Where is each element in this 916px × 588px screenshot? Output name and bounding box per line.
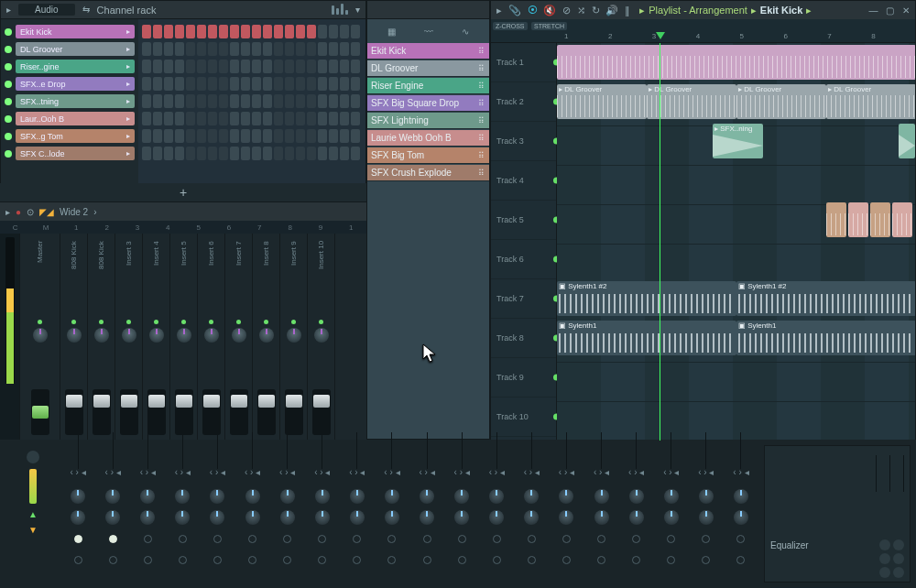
step-cell[interactable] — [340, 129, 349, 143]
step-cell[interactable] — [175, 60, 184, 73]
step-cell[interactable] — [241, 42, 250, 56]
send-knob[interactable] — [524, 489, 539, 504]
picker-item[interactable]: SFX Big Tom⠿ — [367, 147, 489, 164]
step-cell[interactable] — [252, 147, 261, 160]
mixer-strip[interactable]: Insert 7 — [225, 234, 253, 441]
step-cell[interactable] — [318, 94, 327, 108]
step-cell[interactable] — [175, 25, 184, 38]
send-knob[interactable] — [559, 510, 573, 525]
send-knob[interactable] — [734, 489, 748, 504]
pan-knob[interactable] — [33, 328, 48, 343]
picker-item[interactable]: Laurie Webb Ooh B⠿ — [367, 130, 489, 147]
maximize-icon[interactable]: ▢ — [886, 5, 894, 16]
step-cell[interactable] — [274, 129, 283, 143]
strip-arrows[interactable]: ‹ › ◂ — [619, 467, 654, 477]
clip[interactable]: ▸ DL Groover — [557, 84, 647, 119]
fader-line[interactable] — [113, 432, 114, 469]
step-cell[interactable] — [329, 42, 338, 56]
route-switch[interactable] — [179, 556, 187, 564]
route-switch[interactable] — [144, 535, 152, 543]
send-knob[interactable] — [210, 510, 224, 525]
send-knob[interactable] — [280, 489, 295, 504]
step-cell[interactable] — [219, 42, 228, 56]
step-cell[interactable] — [296, 60, 305, 73]
strip-arrows[interactable]: ‹ › ◂ — [444, 467, 479, 477]
strip-arrows[interactable]: ‹ › ◂ — [165, 467, 200, 477]
playlist-toolbar-icons[interactable]: ▸ 📎 ⦿ 🔇 ⊘ ⤮ ↻ 🔊 ‖ — [496, 5, 634, 16]
clip[interactable]: ▣ Sylenth1 — [557, 321, 736, 355]
clip[interactable] — [899, 124, 915, 158]
step-cell[interactable] — [186, 147, 195, 160]
step-cell[interactable] — [175, 129, 184, 143]
picker-item[interactable]: DL Groover⠿ — [367, 60, 489, 77]
send-knob[interactable] — [699, 489, 714, 504]
strip-led[interactable] — [319, 320, 323, 324]
loop-start-marker[interactable] — [656, 32, 665, 39]
step-cell[interactable] — [241, 147, 250, 160]
curve-icon[interactable]: ∿ — [462, 27, 469, 37]
step-cell[interactable] — [318, 42, 327, 56]
fader-line[interactable] — [322, 432, 322, 469]
add-channel-button[interactable]: + — [0, 183, 366, 201]
step-cell[interactable] — [351, 25, 360, 38]
chevron-right-icon[interactable]: › — [93, 207, 96, 217]
step-cell[interactable] — [296, 112, 305, 125]
send-knob[interactable] — [454, 510, 469, 525]
picker-item[interactable]: SFX Lightning⠿ — [367, 113, 489, 129]
mixer-view-label[interactable]: Wide 2 — [60, 207, 88, 217]
volume-fader[interactable] — [175, 389, 193, 435]
mixer-strip[interactable]: Insert 3 — [115, 234, 143, 441]
strip-led[interactable] — [126, 320, 131, 324]
route-switch[interactable] — [353, 535, 361, 543]
step-cell[interactable] — [263, 42, 272, 56]
step-cell[interactable] — [241, 60, 250, 73]
strip-arrows[interactable]: ‹ › ◂ — [654, 467, 689, 477]
channel-chip[interactable]: SFX..tning▸ — [16, 94, 135, 108]
mixer-strip[interactable]: Insert 8 — [253, 234, 280, 441]
volume-fader[interactable] — [312, 389, 331, 435]
step-cell[interactable] — [252, 42, 261, 56]
step-cell[interactable] — [307, 77, 316, 91]
step-cell[interactable] — [219, 60, 228, 73]
step-cell[interactable] — [285, 147, 294, 160]
step-cell[interactable] — [186, 77, 195, 91]
channel-enable-led[interactable] — [5, 28, 12, 36]
step-cell[interactable] — [274, 147, 283, 160]
send-knob[interactable] — [664, 489, 679, 504]
magnet-icon[interactable]: ⦿ — [528, 5, 538, 16]
send-knob[interactable] — [315, 489, 330, 504]
step-cell[interactable] — [164, 112, 173, 125]
step-cell[interactable] — [351, 147, 360, 160]
fader-line[interactable] — [287, 432, 288, 469]
send-knob[interactable] — [71, 489, 85, 504]
volume-fader[interactable] — [147, 389, 166, 435]
strip-led[interactable] — [154, 320, 158, 324]
step-cell[interactable] — [285, 25, 294, 38]
step-cell[interactable] — [142, 42, 151, 56]
step-cell[interactable] — [351, 77, 360, 91]
step-cell[interactable] — [274, 112, 283, 125]
send-knob[interactable] — [594, 510, 609, 525]
step-cell[interactable] — [219, 112, 228, 125]
route-switch[interactable] — [179, 535, 187, 543]
step-cell[interactable] — [307, 25, 316, 38]
step-cell[interactable] — [318, 147, 327, 160]
step-cell[interactable] — [186, 42, 195, 56]
strip-arrows[interactable]: ‹ › ◂ — [200, 467, 234, 477]
step-cell[interactable] — [197, 147, 206, 160]
step-cell[interactable] — [175, 77, 184, 91]
step-cell[interactable] — [186, 60, 195, 73]
step-cell[interactable] — [241, 25, 250, 38]
strip-arrows[interactable]: ‹ › ◂ — [130, 467, 165, 477]
mixer-strip[interactable]: Insert 5 — [170, 234, 198, 441]
drag-handle-icon[interactable]: ⠿ — [476, 64, 485, 73]
step-cell[interactable] — [175, 112, 184, 125]
step-cell[interactable] — [153, 94, 162, 108]
step-cell[interactable] — [252, 129, 261, 143]
route-switch[interactable] — [213, 556, 222, 564]
step-row[interactable] — [142, 112, 362, 125]
fader-line[interactable] — [671, 432, 671, 469]
step-cell[interactable] — [142, 25, 151, 38]
step-cell[interactable] — [230, 94, 239, 108]
fader-line[interactable] — [566, 432, 567, 469]
